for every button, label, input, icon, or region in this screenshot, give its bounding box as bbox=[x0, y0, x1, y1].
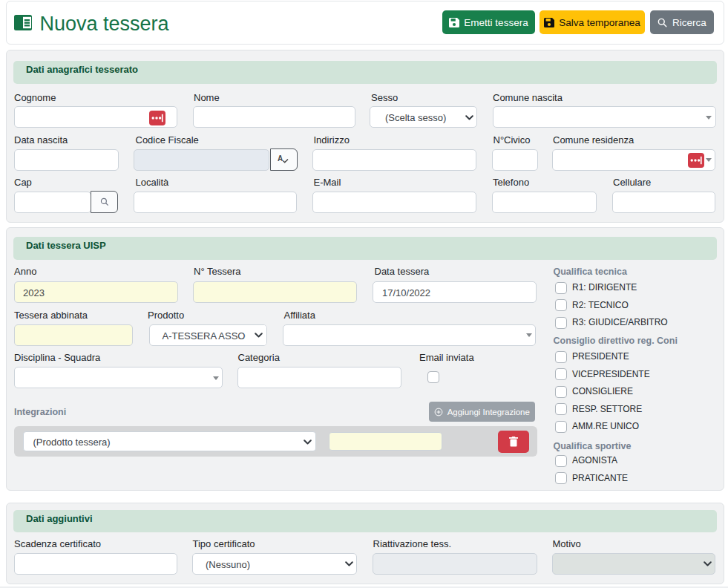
svg-text:A: A bbox=[278, 154, 283, 163]
